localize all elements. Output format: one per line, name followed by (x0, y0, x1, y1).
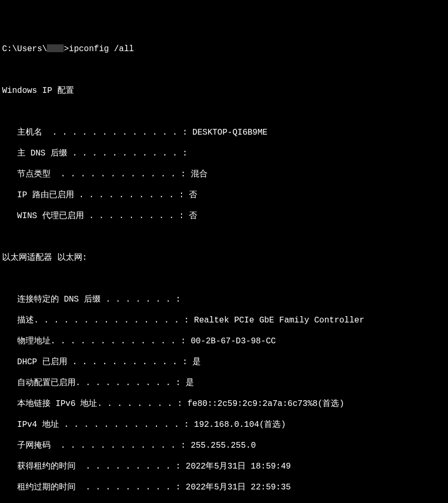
eth-phys-addr: 物理地址. . . . . . . . . . . . . : 00-2B-67… (2, 336, 448, 346)
prompt-command: ipconfig /all (69, 44, 134, 54)
eth-lease-obtained: 获得租约的时间 . . . . . . . . . : 2022年5月31日 1… (2, 461, 448, 472)
eth-dhcp-enabled: DHCP 已启用 . . . . . . . . . . . : 是 (2, 357, 448, 367)
prompt-suffix: > (64, 44, 69, 54)
cfg-wins-proxy: WINS 代理已启用 . . . . . . . . . : 否 (2, 211, 448, 221)
eth-link-local-ipv6: 本地链接 IPv6 地址. . . . . . . . : fe80::2c59… (2, 399, 448, 409)
eth-auto-config: 自动配置已启用. . . . . . . . . . : 是 (2, 378, 448, 388)
prompt-prefix: C:\Users\ (2, 44, 47, 54)
cfg-host-name: 主机名 . . . . . . . . . . . . . : DESKTOP-… (2, 127, 448, 138)
eth-lease-expires: 租约过期的时间 . . . . . . . . . : 2022年5月31日 2… (2, 482, 448, 493)
cfg-node-type: 节点类型 . . . . . . . . . . . . : 混合 (2, 169, 448, 179)
cfg-primary-dns: 主 DNS 后缀 . . . . . . . . . . . : (2, 148, 448, 159)
cfg-ip-routing: IP 路由已启用 . . . . . . . . . . : 否 (2, 190, 448, 200)
eth-description: 描述. . . . . . . . . . . . . . . : Realte… (2, 315, 448, 326)
prompt-line[interactable]: C:\Users\>ipconfig /all (2, 44, 448, 54)
section-header: Windows IP 配置 (2, 86, 448, 96)
eth-subnet: 子网掩码 . . . . . . . . . . . . : 255.255.2… (2, 440, 448, 451)
eth-ipv4: IPv4 地址 . . . . . . . . . . . . : 192.16… (2, 420, 448, 430)
adapter-ethernet-title: 以太网适配器 以太网: (2, 253, 448, 263)
redacted-user (47, 44, 64, 52)
eth-dns-suffix: 连接特定的 DNS 后缀 . . . . . . . : (2, 294, 448, 305)
